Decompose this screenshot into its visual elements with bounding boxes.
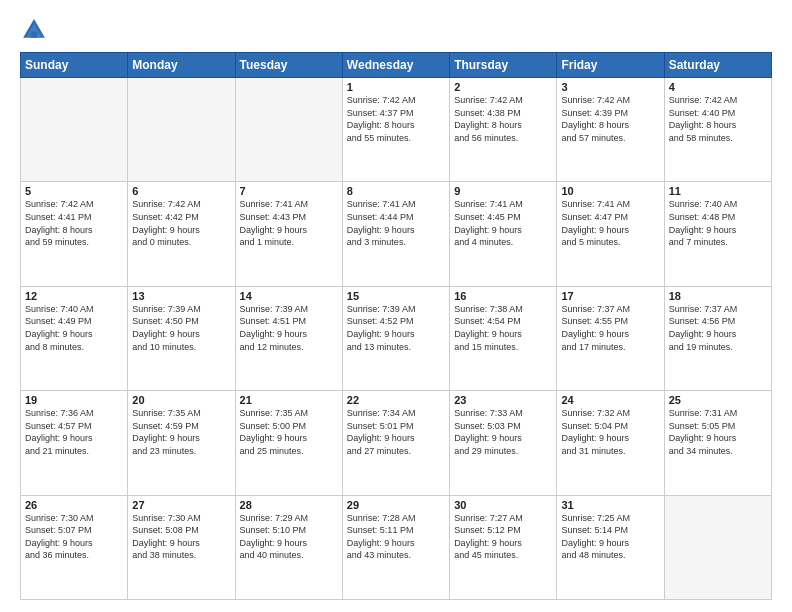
calendar-cell: 27Sunrise: 7:30 AM Sunset: 5:08 PM Dayli… <box>128 495 235 599</box>
calendar-cell: 9Sunrise: 7:41 AM Sunset: 4:45 PM Daylig… <box>450 182 557 286</box>
weekday-header-sunday: Sunday <box>21 53 128 78</box>
calendar-cell: 15Sunrise: 7:39 AM Sunset: 4:52 PM Dayli… <box>342 286 449 390</box>
day-number: 21 <box>240 394 338 406</box>
day-info: Sunrise: 7:41 AM Sunset: 4:47 PM Dayligh… <box>561 198 659 248</box>
calendar-cell: 11Sunrise: 7:40 AM Sunset: 4:48 PM Dayli… <box>664 182 771 286</box>
day-number: 23 <box>454 394 552 406</box>
calendar-table: SundayMondayTuesdayWednesdayThursdayFrid… <box>20 52 772 600</box>
day-info: Sunrise: 7:36 AM Sunset: 4:57 PM Dayligh… <box>25 407 123 457</box>
calendar-cell: 2Sunrise: 7:42 AM Sunset: 4:38 PM Daylig… <box>450 78 557 182</box>
day-info: Sunrise: 7:35 AM Sunset: 4:59 PM Dayligh… <box>132 407 230 457</box>
calendar-cell: 20Sunrise: 7:35 AM Sunset: 4:59 PM Dayli… <box>128 391 235 495</box>
day-info: Sunrise: 7:25 AM Sunset: 5:14 PM Dayligh… <box>561 512 659 562</box>
day-info: Sunrise: 7:42 AM Sunset: 4:40 PM Dayligh… <box>669 94 767 144</box>
day-info: Sunrise: 7:29 AM Sunset: 5:10 PM Dayligh… <box>240 512 338 562</box>
day-number: 26 <box>25 499 123 511</box>
calendar-cell: 30Sunrise: 7:27 AM Sunset: 5:12 PM Dayli… <box>450 495 557 599</box>
calendar-cell: 23Sunrise: 7:33 AM Sunset: 5:03 PM Dayli… <box>450 391 557 495</box>
weekday-header-monday: Monday <box>128 53 235 78</box>
calendar-cell: 12Sunrise: 7:40 AM Sunset: 4:49 PM Dayli… <box>21 286 128 390</box>
logo <box>20 16 52 44</box>
weekday-header-row: SundayMondayTuesdayWednesdayThursdayFrid… <box>21 53 772 78</box>
day-number: 10 <box>561 185 659 197</box>
week-row-1: 1Sunrise: 7:42 AM Sunset: 4:37 PM Daylig… <box>21 78 772 182</box>
day-info: Sunrise: 7:38 AM Sunset: 4:54 PM Dayligh… <box>454 303 552 353</box>
day-info: Sunrise: 7:42 AM Sunset: 4:38 PM Dayligh… <box>454 94 552 144</box>
calendar-cell: 25Sunrise: 7:31 AM Sunset: 5:05 PM Dayli… <box>664 391 771 495</box>
calendar-cell: 28Sunrise: 7:29 AM Sunset: 5:10 PM Dayli… <box>235 495 342 599</box>
calendar-cell <box>664 495 771 599</box>
weekday-header-tuesday: Tuesday <box>235 53 342 78</box>
day-info: Sunrise: 7:41 AM Sunset: 4:43 PM Dayligh… <box>240 198 338 248</box>
calendar-cell: 24Sunrise: 7:32 AM Sunset: 5:04 PM Dayli… <box>557 391 664 495</box>
day-number: 7 <box>240 185 338 197</box>
calendar-cell: 18Sunrise: 7:37 AM Sunset: 4:56 PM Dayli… <box>664 286 771 390</box>
calendar-cell: 31Sunrise: 7:25 AM Sunset: 5:14 PM Dayli… <box>557 495 664 599</box>
day-info: Sunrise: 7:30 AM Sunset: 5:07 PM Dayligh… <box>25 512 123 562</box>
day-number: 29 <box>347 499 445 511</box>
day-info: Sunrise: 7:42 AM Sunset: 4:42 PM Dayligh… <box>132 198 230 248</box>
calendar-cell: 29Sunrise: 7:28 AM Sunset: 5:11 PM Dayli… <box>342 495 449 599</box>
weekday-header-friday: Friday <box>557 53 664 78</box>
calendar-cell: 5Sunrise: 7:42 AM Sunset: 4:41 PM Daylig… <box>21 182 128 286</box>
header <box>20 16 772 44</box>
week-row-3: 12Sunrise: 7:40 AM Sunset: 4:49 PM Dayli… <box>21 286 772 390</box>
day-number: 30 <box>454 499 552 511</box>
weekday-header-saturday: Saturday <box>664 53 771 78</box>
day-info: Sunrise: 7:32 AM Sunset: 5:04 PM Dayligh… <box>561 407 659 457</box>
calendar-cell: 4Sunrise: 7:42 AM Sunset: 4:40 PM Daylig… <box>664 78 771 182</box>
day-info: Sunrise: 7:27 AM Sunset: 5:12 PM Dayligh… <box>454 512 552 562</box>
day-number: 11 <box>669 185 767 197</box>
calendar-cell: 22Sunrise: 7:34 AM Sunset: 5:01 PM Dayli… <box>342 391 449 495</box>
calendar-cell: 17Sunrise: 7:37 AM Sunset: 4:55 PM Dayli… <box>557 286 664 390</box>
day-number: 15 <box>347 290 445 302</box>
calendar-cell: 6Sunrise: 7:42 AM Sunset: 4:42 PM Daylig… <box>128 182 235 286</box>
calendar-cell: 3Sunrise: 7:42 AM Sunset: 4:39 PM Daylig… <box>557 78 664 182</box>
calendar-cell: 19Sunrise: 7:36 AM Sunset: 4:57 PM Dayli… <box>21 391 128 495</box>
day-info: Sunrise: 7:39 AM Sunset: 4:52 PM Dayligh… <box>347 303 445 353</box>
day-number: 20 <box>132 394 230 406</box>
week-row-2: 5Sunrise: 7:42 AM Sunset: 4:41 PM Daylig… <box>21 182 772 286</box>
day-number: 4 <box>669 81 767 93</box>
day-number: 2 <box>454 81 552 93</box>
logo-icon <box>20 16 48 44</box>
weekday-header-wednesday: Wednesday <box>342 53 449 78</box>
weekday-header-thursday: Thursday <box>450 53 557 78</box>
day-info: Sunrise: 7:37 AM Sunset: 4:55 PM Dayligh… <box>561 303 659 353</box>
week-row-4: 19Sunrise: 7:36 AM Sunset: 4:57 PM Dayli… <box>21 391 772 495</box>
calendar-cell <box>21 78 128 182</box>
day-info: Sunrise: 7:39 AM Sunset: 4:50 PM Dayligh… <box>132 303 230 353</box>
day-number: 24 <box>561 394 659 406</box>
day-info: Sunrise: 7:28 AM Sunset: 5:11 PM Dayligh… <box>347 512 445 562</box>
calendar-cell: 21Sunrise: 7:35 AM Sunset: 5:00 PM Dayli… <box>235 391 342 495</box>
week-row-5: 26Sunrise: 7:30 AM Sunset: 5:07 PM Dayli… <box>21 495 772 599</box>
calendar-cell: 10Sunrise: 7:41 AM Sunset: 4:47 PM Dayli… <box>557 182 664 286</box>
day-info: Sunrise: 7:37 AM Sunset: 4:56 PM Dayligh… <box>669 303 767 353</box>
calendar-cell: 8Sunrise: 7:41 AM Sunset: 4:44 PM Daylig… <box>342 182 449 286</box>
calendar-cell <box>128 78 235 182</box>
day-number: 5 <box>25 185 123 197</box>
day-number: 3 <box>561 81 659 93</box>
day-info: Sunrise: 7:31 AM Sunset: 5:05 PM Dayligh… <box>669 407 767 457</box>
day-info: Sunrise: 7:40 AM Sunset: 4:49 PM Dayligh… <box>25 303 123 353</box>
day-number: 9 <box>454 185 552 197</box>
day-number: 16 <box>454 290 552 302</box>
day-number: 25 <box>669 394 767 406</box>
calendar-cell <box>235 78 342 182</box>
day-info: Sunrise: 7:30 AM Sunset: 5:08 PM Dayligh… <box>132 512 230 562</box>
day-info: Sunrise: 7:41 AM Sunset: 4:44 PM Dayligh… <box>347 198 445 248</box>
day-number: 31 <box>561 499 659 511</box>
calendar-cell: 16Sunrise: 7:38 AM Sunset: 4:54 PM Dayli… <box>450 286 557 390</box>
day-number: 14 <box>240 290 338 302</box>
day-number: 8 <box>347 185 445 197</box>
calendar-cell: 14Sunrise: 7:39 AM Sunset: 4:51 PM Dayli… <box>235 286 342 390</box>
day-info: Sunrise: 7:35 AM Sunset: 5:00 PM Dayligh… <box>240 407 338 457</box>
calendar-cell: 13Sunrise: 7:39 AM Sunset: 4:50 PM Dayli… <box>128 286 235 390</box>
calendar-cell: 26Sunrise: 7:30 AM Sunset: 5:07 PM Dayli… <box>21 495 128 599</box>
day-info: Sunrise: 7:41 AM Sunset: 4:45 PM Dayligh… <box>454 198 552 248</box>
day-number: 27 <box>132 499 230 511</box>
day-info: Sunrise: 7:39 AM Sunset: 4:51 PM Dayligh… <box>240 303 338 353</box>
day-number: 19 <box>25 394 123 406</box>
day-number: 17 <box>561 290 659 302</box>
day-info: Sunrise: 7:34 AM Sunset: 5:01 PM Dayligh… <box>347 407 445 457</box>
